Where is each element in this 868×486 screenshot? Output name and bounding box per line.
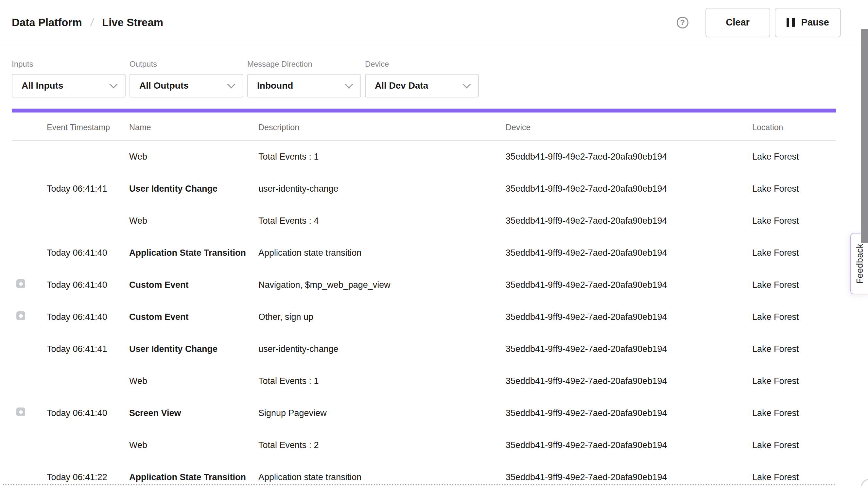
- chevron-down-icon: [462, 80, 471, 88]
- outputs-filter-select[interactable]: All Outputs: [129, 74, 243, 97]
- event-name-cell: Web: [129, 376, 258, 386]
- inputs-filter-label: Inputs: [12, 60, 126, 69]
- events-table: Event Timestamp Name Description Device …: [12, 113, 836, 486]
- event-name-cell: Application State Transition: [129, 472, 258, 482]
- expand-cell: [12, 311, 47, 323]
- stream-accent-bar: [12, 109, 836, 113]
- expand-cell: [12, 375, 47, 387]
- event-description-cell: Total Events : 4: [258, 216, 506, 226]
- expand-cell: [12, 183, 47, 194]
- expand-cell: [12, 247, 47, 259]
- breadcrumb-item-live-stream: Live Stream: [102, 17, 163, 29]
- table-row[interactable]: Today 06:41:41 User Identity Change user…: [12, 173, 836, 205]
- pause-button-label: Pause: [801, 17, 829, 28]
- pause-button[interactable]: Pause: [775, 8, 841, 37]
- outputs-filter-label: Outputs: [129, 60, 243, 69]
- table-row[interactable]: Web Total Events : 1 35eddb41-9ff9-49e2-…: [12, 141, 836, 173]
- event-name-cell: Web: [129, 216, 258, 226]
- event-timestamp-cell: Today 06:41:40: [47, 248, 129, 258]
- expand-plus-icon[interactable]: [17, 279, 25, 288]
- event-timestamp-cell: Today 06:41:40: [47, 280, 129, 290]
- device-filter-select[interactable]: All Dev Data: [365, 74, 479, 97]
- event-location-cell: Lake Forest: [752, 376, 836, 386]
- event-description-cell: user-identity-change: [258, 344, 506, 354]
- expand-cell: [12, 439, 47, 451]
- header-cell-name: Name: [129, 123, 258, 132]
- table-row[interactable]: Today 06:41:22 Application State Transit…: [12, 461, 836, 486]
- breadcrumb: Data Platform / Live Stream: [12, 16, 163, 29]
- table-row[interactable]: Today 06:41:40 Custom Event Navigation, …: [12, 269, 836, 301]
- chevron-down-icon: [109, 80, 117, 88]
- table-row[interactable]: Today 06:41:40 Screen View Signup Pagevi…: [12, 397, 836, 429]
- event-device-cell: 35eddb41-9ff9-49e2-7aed-20afa90eb194: [506, 408, 752, 418]
- scrollbar-thumb[interactable]: [861, 29, 868, 243]
- event-description-cell: Signup Pageview: [258, 408, 506, 418]
- breadcrumb-separator: /: [90, 16, 95, 29]
- expand-cell: [12, 215, 47, 226]
- event-location-cell: Lake Forest: [752, 280, 836, 290]
- inputs-filter-value: All Inputs: [22, 81, 63, 91]
- breadcrumb-item-data-platform[interactable]: Data Platform: [12, 17, 82, 29]
- expand-cell: [12, 279, 47, 291]
- event-device-cell: 35eddb41-9ff9-49e2-7aed-20afa90eb194: [506, 376, 752, 386]
- expand-plus-icon[interactable]: [17, 407, 25, 416]
- event-timestamp-cell: Today 06:41:22: [47, 472, 129, 482]
- event-name-cell: Web: [129, 152, 258, 162]
- expand-plus-icon[interactable]: [17, 311, 25, 320]
- event-device-cell: 35eddb41-9ff9-49e2-7aed-20afa90eb194: [506, 472, 752, 482]
- event-description-cell: user-identity-change: [258, 184, 506, 194]
- event-timestamp-cell: Today 06:41:40: [47, 312, 129, 322]
- top-actions: ? Clear Pause: [677, 8, 841, 37]
- clear-button[interactable]: Clear: [706, 8, 770, 37]
- event-device-cell: 35eddb41-9ff9-49e2-7aed-20afa90eb194: [506, 248, 752, 258]
- inputs-filter-select[interactable]: All Inputs: [12, 74, 126, 97]
- event-location-cell: Lake Forest: [752, 248, 836, 258]
- event-name-cell: Custom Event: [129, 312, 258, 322]
- event-device-cell: 35eddb41-9ff9-49e2-7aed-20afa90eb194: [506, 152, 752, 162]
- expand-cell: [12, 407, 47, 419]
- filter-group-device: Device All Dev Data: [365, 60, 479, 97]
- event-description-cell: Total Events : 2: [258, 440, 506, 450]
- event-location-cell: Lake Forest: [752, 344, 836, 354]
- event-name-cell: Screen View: [129, 408, 258, 418]
- event-location-cell: Lake Forest: [752, 408, 836, 418]
- event-device-cell: 35eddb41-9ff9-49e2-7aed-20afa90eb194: [506, 312, 752, 322]
- table-row[interactable]: Web Total Events : 1 35eddb41-9ff9-49e2-…: [12, 365, 836, 397]
- event-name-cell: Application State Transition: [129, 248, 258, 258]
- event-location-cell: Lake Forest: [752, 216, 836, 226]
- table-row[interactable]: Today 06:41:41 User Identity Change user…: [12, 333, 836, 365]
- event-location-cell: Lake Forest: [752, 472, 836, 482]
- table-header-row: Event Timestamp Name Description Device …: [12, 113, 836, 141]
- table-row[interactable]: Web Total Events : 2 35eddb41-9ff9-49e2-…: [12, 429, 836, 461]
- event-location-cell: Lake Forest: [752, 184, 836, 194]
- event-device-cell: 35eddb41-9ff9-49e2-7aed-20afa90eb194: [506, 280, 752, 290]
- vertical-scrollbar[interactable]: [861, 0, 868, 486]
- filter-group-message-direction: Message Direction Inbound: [247, 60, 361, 97]
- event-device-cell: 35eddb41-9ff9-49e2-7aed-20afa90eb194: [506, 344, 752, 354]
- event-name-cell: User Identity Change: [129, 184, 258, 194]
- help-icon[interactable]: ?: [677, 17, 688, 28]
- expand-cell: [12, 472, 47, 483]
- device-filter-label: Device: [365, 60, 479, 69]
- table-row[interactable]: Today 06:41:40 Custom Event Other, sign …: [12, 301, 836, 333]
- top-bar: Data Platform / Live Stream ? Clear Paus…: [0, 0, 868, 45]
- message-direction-filter-select[interactable]: Inbound: [247, 74, 361, 97]
- event-device-cell: 35eddb41-9ff9-49e2-7aed-20afa90eb194: [506, 184, 752, 194]
- chevron-down-icon: [227, 80, 235, 88]
- table-row[interactable]: Today 06:41:40 Application State Transit…: [12, 237, 836, 269]
- event-description-cell: Total Events : 1: [258, 376, 506, 386]
- expand-cell: [12, 343, 47, 355]
- event-timestamp-cell: Today 06:41:41: [47, 184, 129, 194]
- event-description-cell: Application state transition: [258, 472, 506, 482]
- device-filter-value: All Dev Data: [375, 81, 428, 91]
- outputs-filter-value: All Outputs: [139, 81, 189, 91]
- event-timestamp-cell: Today 06:41:41: [47, 344, 129, 354]
- table-row[interactable]: Web Total Events : 4 35eddb41-9ff9-49e2-…: [12, 205, 836, 237]
- event-device-cell: 35eddb41-9ff9-49e2-7aed-20afa90eb194: [506, 216, 752, 226]
- chevron-down-icon: [345, 80, 353, 88]
- event-device-cell: 35eddb41-9ff9-49e2-7aed-20afa90eb194: [506, 440, 752, 450]
- header-cell-location: Location: [752, 123, 836, 132]
- event-location-cell: Lake Forest: [752, 152, 836, 162]
- stream-loading-divider: [3, 484, 836, 485]
- event-timestamp-cell: Today 06:41:40: [47, 408, 129, 418]
